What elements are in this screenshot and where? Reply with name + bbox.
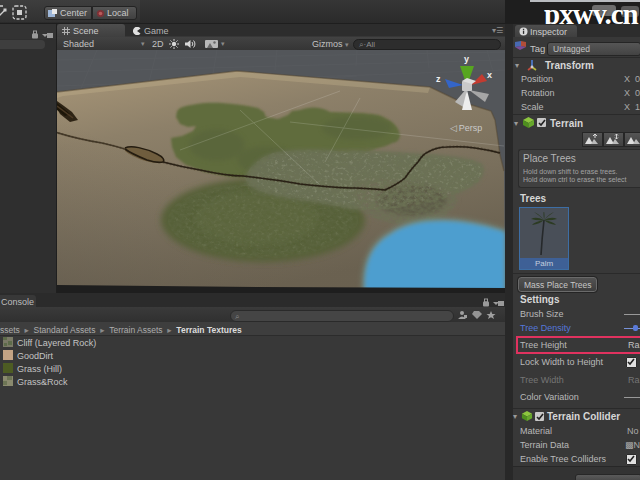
svg-text:◁ Persp: ◁ Persp bbox=[450, 123, 482, 133]
svg-text:y: y bbox=[464, 54, 469, 64]
svg-text:x: x bbox=[487, 70, 492, 80]
svg-text:z: z bbox=[436, 74, 441, 84]
